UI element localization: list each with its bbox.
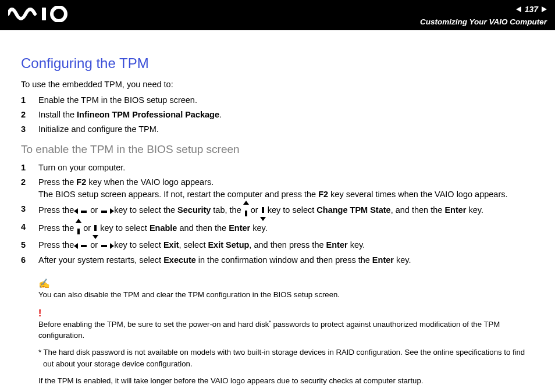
- page-header: 137 Customizing Your VAIO Computer: [0, 0, 555, 30]
- arrow-right-icon: [101, 240, 111, 252]
- note-text: Before enabling the TPM, be sure to set …: [38, 319, 536, 341]
- arrow-down-icon: [94, 221, 97, 237]
- section-label: Customizing Your VAIO Computer: [420, 16, 547, 28]
- svg-rect-0: [42, 8, 46, 20]
- subsection-title: To enable the TPM in the BIOS setup scre…: [21, 141, 536, 158]
- note-text: You can also disable the TPM and clear t…: [38, 289, 536, 300]
- prev-page-icon[interactable]: [516, 6, 521, 12]
- list-item: 2 Install the Infineon TPM Professional …: [21, 109, 536, 121]
- intro-text: To use the embedded TPM, you need to:: [21, 79, 536, 91]
- arrow-down-icon: [262, 203, 264, 219]
- page-number: 137: [524, 3, 539, 15]
- steps-list-1: 1 Enable the TPM in the BIOS setup scree…: [21, 94, 536, 136]
- arrow-left-icon: [77, 240, 87, 252]
- page-title: Configuring the TPM: [21, 54, 536, 74]
- vaio-logo: [8, 6, 72, 22]
- list-item: 3 Press the or key to select the Securit…: [21, 203, 536, 219]
- warning-icon: !: [38, 307, 536, 320]
- list-item: 1 Enable the TPM in the BIOS setup scree…: [21, 94, 536, 106]
- list-item: 2 Press the F2 key when the VAIO logo ap…: [21, 176, 536, 201]
- steps-list-2: 1 Turn on your computer. 2 Press the F2 …: [21, 162, 536, 266]
- list-item: 3 Initialize and configure the TPM.: [21, 123, 536, 136]
- arrow-up-icon: [77, 221, 80, 237]
- arrow-up-icon: [245, 203, 247, 219]
- notes-section: ✍ You can also disable the TPM and clear…: [21, 277, 536, 392]
- next-page-icon[interactable]: [542, 6, 547, 12]
- list-item: 4 Press the or key to select Enable and …: [21, 221, 536, 237]
- list-item: 5 Press the or key to select Exit, selec…: [21, 239, 536, 252]
- note-text: If the TPM is enabled, it will take long…: [38, 375, 536, 386]
- list-item: 1 Turn on your computer.: [21, 162, 536, 174]
- list-item: 6 After your system restarts, select Exe…: [21, 254, 536, 266]
- arrow-left-icon: [77, 205, 87, 217]
- arrow-right-icon: [101, 205, 111, 217]
- footnote-text: * The hard disk password is not availabl…: [38, 347, 536, 369]
- page-content: Configuring the TPM To use the embedded …: [0, 30, 555, 392]
- page-nav: 137 Customizing Your VAIO Computer: [420, 3, 547, 28]
- note-icon: ✍: [38, 277, 536, 290]
- svg-point-1: [52, 7, 66, 21]
